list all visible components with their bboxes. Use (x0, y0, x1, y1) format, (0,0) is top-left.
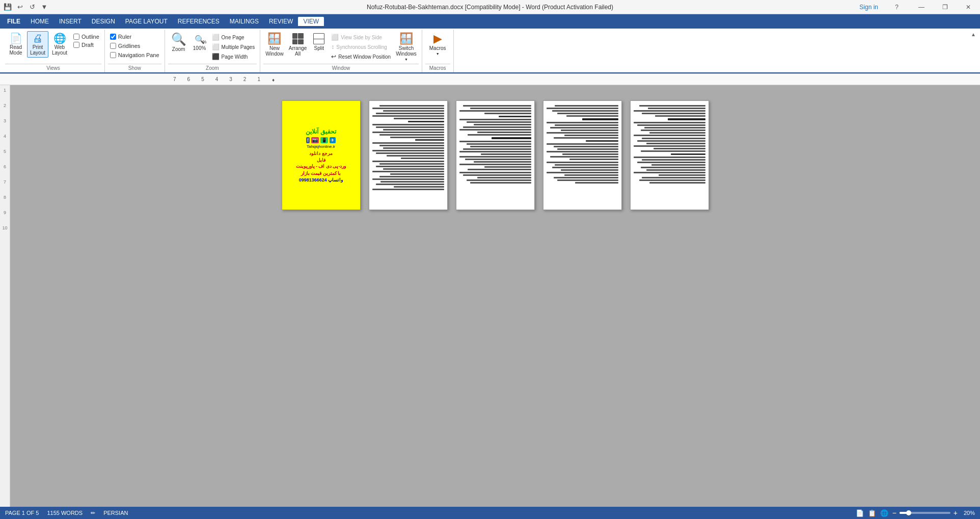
navigation-pane-checkbox[interactable]: Navigation Pane (108, 51, 161, 59)
file-menu-btn[interactable]: FILE (2, 17, 25, 26)
page-2-content (369, 101, 447, 195)
ad-contact: واتساپ 09981366624 (299, 177, 343, 183)
maximize-btn[interactable]: ❐ (933, 0, 957, 14)
page-4-content (543, 101, 621, 189)
mailings-menu-btn[interactable]: MAILINGS (225, 17, 264, 26)
review-menu-btn[interactable]: REVIEW (264, 17, 298, 26)
zoom-group-label: Zoom (168, 64, 257, 72)
ad-price: با کمترین قیمت بازار (301, 171, 341, 176)
ribbon-collapse-btn[interactable]: ▲ (969, 30, 978, 72)
switch-windows-btn[interactable]: 🪟 SwitchWindows ▼ (394, 32, 419, 63)
pages-row: تحقیق آنلاین f 📷 📱 ✈ Tahqiqhonline.ir مر… (282, 100, 709, 210)
minimize-btn[interactable]: — (910, 0, 933, 14)
synchronous-scrolling-btn[interactable]: ↕Synchronous Scrolling (329, 42, 393, 51)
close-btn[interactable]: ✕ (957, 0, 980, 14)
vertical-ruler: 1 2 3 4 5 6 7 8 9 10 (0, 85, 10, 507)
zoom-btn[interactable]: 🔍 Zoom (168, 32, 189, 54)
multiple-pages-btn[interactable]: ⬜Multiple Pages (210, 42, 257, 51)
view-web-btn[interactable]: 🌐 (880, 509, 888, 517)
redo-quick-btn[interactable]: ↺ (26, 1, 38, 12)
macros-group-label: Macros (425, 64, 450, 72)
design-menu-btn[interactable]: DESIGN (87, 17, 120, 26)
page-width-btn[interactable]: ⬛Page Width (210, 52, 257, 61)
status-bar: PAGE 1 OF 5 1155 WORDS ✏ PERSIAN 📄 📋 🌐 −… (0, 507, 980, 519)
status-right: 📄 📋 🌐 − + 20% (856, 509, 975, 517)
sign-in-btn[interactable]: Sign in (859, 4, 878, 11)
macros-group: ▶ Macros ▼ Macros (422, 30, 454, 72)
zoom-slider[interactable] (900, 512, 950, 514)
page-3 (456, 100, 535, 210)
read-mode-btn[interactable]: 📄 ReadMode (5, 32, 26, 57)
save-quick-btn[interactable]: 💾 (2, 1, 13, 12)
web-layout-btn[interactable]: 🌐 WebLayout (49, 32, 70, 57)
show-group: Ruler Gridlines Navigation Pane Show (105, 30, 165, 72)
ad-icons: f 📷 📱 ✈ (306, 137, 336, 143)
arrange-all-btn[interactable]: ArrangeAll (287, 32, 309, 58)
ad-site: Tahqiqhonline.ir (307, 144, 335, 149)
print-layout-btn[interactable]: 🖨 PrintLayout (27, 31, 48, 58)
page-1-ad: تحقیق آنلاین f 📷 📱 ✈ Tahqiqhonline.ir مر… (282, 101, 360, 210)
draft-checkbox[interactable]: Draft (71, 41, 101, 49)
window-title: Nofuz-Rotubat-Be-Sakhteman.docx [Compati… (367, 4, 613, 11)
views-group: 📄 ReadMode 🖨 PrintLayout 🌐 WebLayout Out… (2, 30, 105, 72)
views-group-label: Views (5, 64, 101, 72)
edit-icon[interactable]: ✏ (91, 510, 95, 516)
view-read-btn[interactable]: 📋 (868, 509, 876, 517)
language-indicator[interactable]: PERSIAN (103, 510, 128, 516)
split-btn[interactable]: Split (310, 32, 328, 53)
page-count: PAGE 1 OF 5 (5, 510, 39, 516)
page-3-content (456, 101, 534, 189)
page-2 (369, 100, 448, 210)
undo-quick-btn[interactable]: ↩ (14, 1, 25, 12)
new-window-btn[interactable]: 🪟 NewWindow (263, 32, 286, 58)
zoom-100-btn[interactable]: 🔍 % 100% (190, 32, 209, 53)
quick-access-toolbar: 💾 ↩ ↺ ▼ (2, 1, 50, 12)
qa-dropdown-btn[interactable]: ▼ (39, 1, 50, 12)
page-1: تحقیق آنلاین f 📷 📱 ✈ Tahqiqhonline.ir مر… (282, 100, 361, 210)
ruler-checkbox[interactable]: Ruler (108, 33, 161, 41)
view-side-by-side-btn[interactable]: ⬜View Side by Side (329, 33, 393, 42)
outline-checkbox[interactable]: Outline (71, 33, 101, 41)
view-print-btn[interactable]: 📄 (856, 509, 864, 517)
page-layout-menu-btn[interactable]: PAGE LAYOUT (120, 17, 173, 26)
one-page-btn[interactable]: ⬜One Page (210, 33, 257, 42)
references-menu-btn[interactable]: REFERENCES (173, 17, 225, 26)
insert-menu-btn[interactable]: INSERT (54, 17, 87, 26)
zoom-group: 🔍 Zoom 🔍 % 100% ⬜One Page ⬜Multiple Pag (165, 30, 261, 72)
window-group-label: Window (263, 64, 419, 72)
ribbon: FILE HOME INSERT DESIGN PAGE LAYOUT REFE… (0, 14, 980, 74)
home-menu-btn[interactable]: HOME (25, 17, 54, 26)
main-area: 1 2 3 4 5 6 7 8 9 10 تحقیق آنلاین f 📷 📱 … (0, 85, 980, 507)
zoom-controls: − + 20% (892, 509, 975, 517)
word-count: 1155 WORDS (47, 510, 83, 516)
zoom-in-btn[interactable]: + (954, 509, 958, 517)
view-menu-btn[interactable]: VIEW (298, 17, 324, 26)
zoom-percentage: 20% (961, 510, 975, 516)
gridlines-checkbox[interactable]: Gridlines (108, 42, 161, 50)
page-5-content (631, 101, 709, 189)
horizontal-ruler: 7 6 5 4 3 2 1 ⬧ (0, 74, 980, 85)
window-controls: — ❐ ✕ (910, 0, 980, 14)
document-area: تحقیق آنلاین f 📷 📱 ✈ Tahqiqhonline.ir مر… (10, 85, 980, 507)
help-icon[interactable]: ? (895, 4, 899, 11)
macros-btn[interactable]: ▶ Macros ▼ (425, 32, 450, 57)
page-5 (630, 100, 709, 210)
zoom-out-btn[interactable]: − (892, 509, 896, 517)
ad-title: تحقیق آنلاین (306, 128, 336, 136)
ad-desc: مرجع دانلودفایلورد-پی دی اف - پاورپوینت (296, 150, 346, 170)
window-group: 🪟 NewWindow ArrangeAll S (260, 30, 422, 72)
reset-window-position-btn[interactable]: ↩Reset Window Position (329, 52, 393, 61)
show-group-label: Show (108, 64, 161, 72)
page-4 (543, 100, 622, 210)
